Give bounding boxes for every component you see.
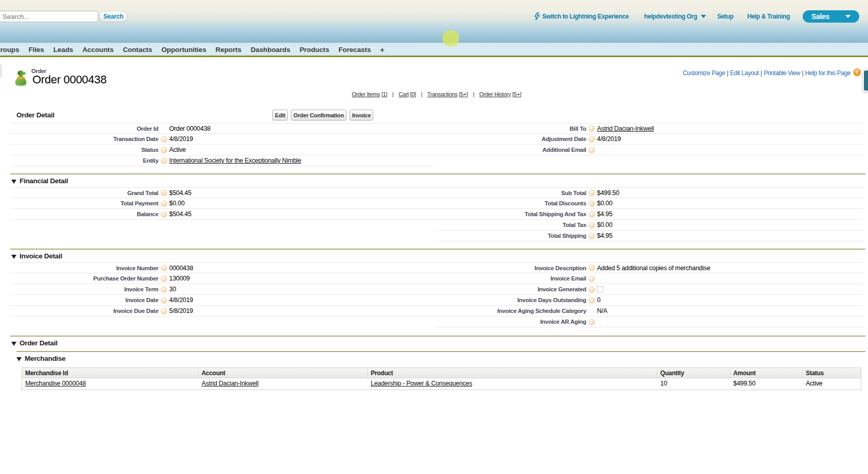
help-icon[interactable]: ?	[588, 222, 595, 229]
add-tab-button[interactable]: +	[380, 45, 385, 54]
field-order-id: Order Id Order 0000438	[10, 123, 434, 134]
tab-contacts[interactable]: Contacts	[123, 46, 152, 54]
printable-view-link[interactable]: Printable View	[764, 69, 800, 77]
help-icon[interactable]: ?	[588, 211, 595, 218]
help-icon[interactable]: ?	[588, 297, 595, 304]
switch-to-lightning-link[interactable]: Switch to Lightning Experience	[542, 13, 628, 20]
help-icon[interactable]: ?	[160, 200, 167, 207]
collapse-triangle-icon	[16, 357, 22, 361]
tab-files[interactable]: Files	[28, 46, 44, 54]
financial-fields-right: Sub Total ? $499.50 Total Discounts ? $0…	[434, 187, 866, 241]
column-quantity: Quantity	[657, 368, 730, 378]
shortcut-cart[interactable]: Cart	[399, 91, 409, 97]
help-icon[interactable]: ?	[160, 286, 167, 293]
entity-link[interactable]: International Society for the Exceptiona…	[169, 157, 301, 164]
field-sub-total: Sub Total ? $499.50	[434, 187, 863, 198]
help-icon[interactable]: ?	[588, 136, 595, 143]
order-detail-header: Order Detail Edit Order Confirmation Inv…	[0, 110, 868, 122]
help-icon[interactable]: ?	[160, 147, 167, 153]
field-invoice-days-outstanding: Invoice Days Outstanding ? 0	[434, 295, 863, 306]
page-content: Order Order 0000438 Customize Page|Edit …	[0, 57, 868, 474]
collapsed-side-panel-tab[interactable]	[863, 69, 868, 92]
field-transaction-date: Transaction Date ? 4/8/2019	[10, 134, 434, 145]
financial-fields-left: Grand Total ? $504.45 Total Payment ? $0…	[0, 187, 434, 220]
help-question-icon[interactable]: ?	[853, 68, 861, 76]
financial-detail-header[interactable]: Financial Detail	[11, 177, 68, 185]
column-product: Product	[368, 368, 657, 378]
help-icon[interactable]: ?	[160, 136, 167, 143]
shortcut-transactions[interactable]: Transactions	[427, 91, 458, 97]
account-link[interactable]: Astrid Dacian-Inkwell	[202, 380, 258, 387]
tab-reports[interactable]: Reports	[215, 46, 241, 54]
help-icon[interactable]: ?	[160, 297, 167, 304]
tab-dashboards[interactable]: Dashboards	[250, 46, 290, 54]
field-invoice-aging-schedule-category: Invoice Aging Schedule Category N/A	[434, 306, 863, 317]
product-link[interactable]: Leadership - Power & Consequences	[371, 380, 472, 387]
help-icon[interactable]: ?	[588, 286, 595, 293]
field-total-payment: Total Payment ? $0.00	[10, 198, 434, 209]
help-icon[interactable]: ?	[160, 211, 167, 218]
invoice-button[interactable]: Invoice	[350, 110, 374, 120]
masthead: Search Switch to Lightning Experience he…	[0, 0, 868, 57]
page-title: Order 0000438	[32, 73, 106, 86]
help-icon[interactable]: ?	[588, 147, 595, 153]
search-input[interactable]	[0, 11, 98, 22]
invoice-detail-header[interactable]: Invoice Detail	[11, 252, 62, 260]
tab-accounts[interactable]: Accounts	[82, 46, 114, 54]
field-invoice-term: Invoice Term ? 30	[10, 284, 434, 295]
tab-leads[interactable]: Leads	[53, 46, 74, 54]
help-icon[interactable]: ?	[160, 189, 167, 196]
help-icon[interactable]: ?	[588, 275, 595, 282]
quantity-cell: 10	[657, 378, 730, 390]
org-menu[interactable]: helpdevtesting Org	[644, 13, 697, 20]
order-confirmation-button[interactable]: Order Confirmation	[291, 110, 347, 120]
help-training-link[interactable]: Help & Training	[747, 13, 790, 20]
field-invoice-description: Invoice Description ? Added 5 additional…	[434, 262, 863, 273]
related-order-detail-header[interactable]: Order Detail	[11, 339, 58, 347]
field-grand-total: Grand Total ? $504.45	[10, 187, 434, 198]
field-additional-email: Additional Email ?	[434, 145, 863, 155]
column-status: Status	[803, 368, 861, 378]
help-for-page-link[interactable]: Help for this Page	[805, 69, 851, 77]
customize-page-link[interactable]: Customize Page	[683, 69, 725, 77]
setup-link[interactable]: Setup	[717, 13, 734, 20]
order-fields-right: Bill To ? Astrid Dacian-Inkwell Adjustme…	[434, 123, 866, 155]
help-icon[interactable]: ?	[160, 308, 167, 314]
help-icon[interactable]: ?	[160, 157, 167, 164]
help-icon[interactable]: ?	[588, 200, 595, 207]
shortcut-order-items[interactable]: Order Items	[352, 91, 380, 97]
edit-button[interactable]: Edit	[273, 110, 288, 120]
column-account: Account	[198, 368, 368, 378]
help-icon[interactable]: ?	[588, 265, 595, 271]
help-icon[interactable]: ?	[588, 233, 595, 239]
merchandise-header[interactable]: Merchandise	[16, 355, 65, 362]
help-icon[interactable]: ?	[588, 125, 595, 132]
invoice-fields-right: Invoice Description ? Added 5 additional…	[434, 262, 866, 327]
shortcut-order-history[interactable]: Order History	[479, 91, 511, 97]
section-divider	[10, 336, 865, 337]
status-cell: Active	[803, 378, 861, 390]
invoice-generated-checkbox	[597, 286, 603, 292]
bill-to-link[interactable]: Astrid Dacian-Inkwell	[597, 125, 654, 132]
tab-products[interactable]: Products	[299, 46, 329, 54]
field-total-shipping: Total Shipping ? $4.95	[434, 231, 863, 241]
org-menu-caret-icon	[701, 15, 706, 18]
tab-groups[interactable]: Groups	[0, 46, 19, 54]
field-total-tax: Total Tax ? $0.00	[434, 220, 863, 231]
tab-opportunities[interactable]: Opportunities	[161, 46, 206, 54]
subsection-divider	[16, 351, 865, 352]
search-button[interactable]: Search	[99, 11, 128, 22]
help-icon[interactable]: ?	[588, 189, 595, 196]
merchandise-id-link[interactable]: Merchandise 0000048	[25, 380, 86, 387]
tab-forecasts[interactable]: Forecasts	[338, 46, 371, 54]
field-total-discounts: Total Discounts ? $0.00	[434, 198, 863, 209]
amount-cell: $499.50	[730, 378, 803, 390]
help-icon[interactable]: ?	[588, 319, 595, 325]
help-icon[interactable]: ?	[160, 265, 167, 271]
field-bill-to: Bill To ? Astrid Dacian-Inkwell	[434, 123, 863, 134]
app-menu-button[interactable]: Sales	[803, 10, 859, 23]
help-icon[interactable]: ?	[160, 275, 167, 282]
edit-layout-link[interactable]: Edit Layout	[730, 69, 759, 77]
page-header: Order Order 0000438 Customize Page|Edit …	[0, 57, 868, 88]
collapse-triangle-icon	[11, 180, 16, 184]
